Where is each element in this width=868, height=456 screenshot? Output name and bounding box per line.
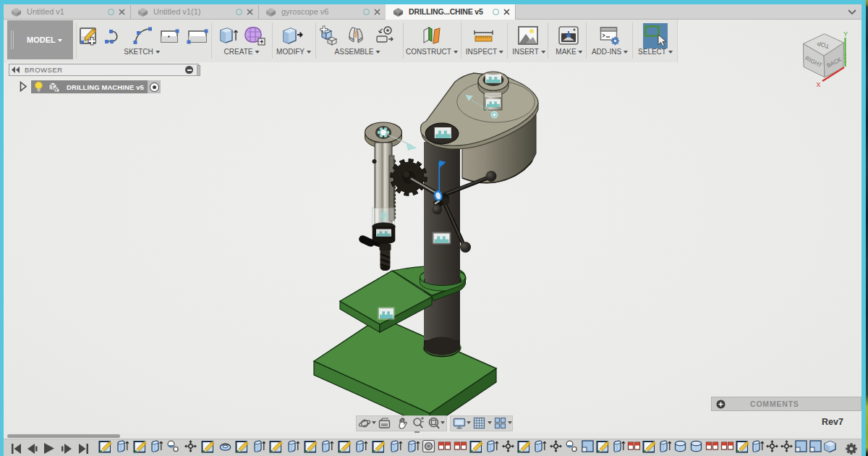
svg-text:X: X: [816, 81, 820, 88]
svg-text:Y: Y: [843, 30, 848, 38]
